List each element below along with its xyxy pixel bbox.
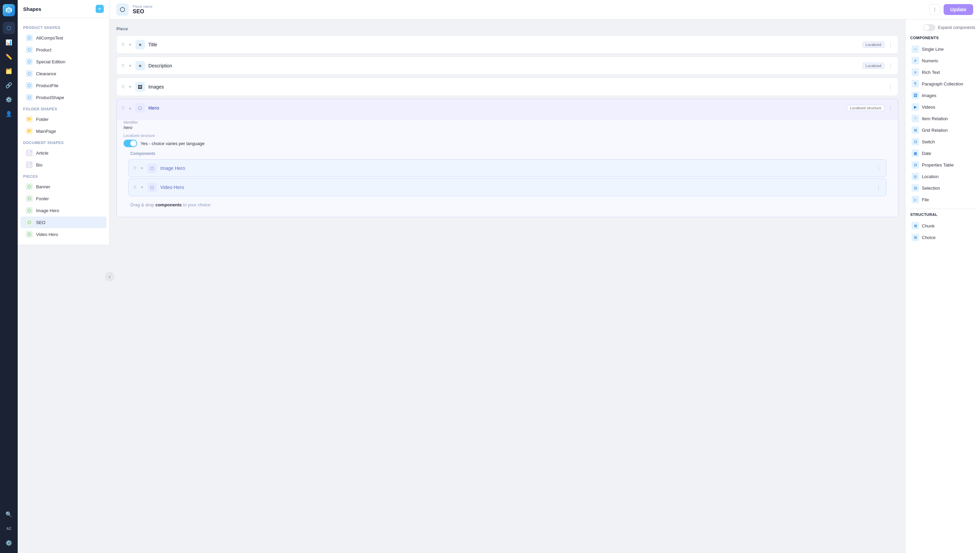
hero-chevron[interactable]: ▲	[128, 106, 132, 110]
banner-icon: ⬡	[26, 183, 33, 190]
images-comp-icon: 🖼	[912, 92, 919, 99]
image-hero-sub-name: Image Hero	[160, 166, 872, 171]
component-switch[interactable]: ⊡ Switch	[910, 136, 975, 147]
topbar-left: ⬡ Piece name SEO	[116, 3, 153, 16]
allcompstest-icon: ⬡	[26, 34, 33, 41]
component-selection[interactable]: ⊟ Selection	[910, 182, 975, 194]
component-numeric[interactable]: # Numeric	[910, 55, 975, 66]
footer-icon: ⬡	[26, 195, 33, 202]
title-chevron[interactable]: ▼	[128, 43, 132, 47]
description-field-name: Description	[148, 63, 859, 69]
sidebar-item-seo[interactable]: ⬡ SEO	[21, 217, 107, 228]
nav-analytics[interactable]: 📊	[3, 36, 15, 48]
properties-table-icon: ⊟	[912, 161, 919, 169]
hero-drag-handle[interactable]: ⠿	[121, 105, 125, 111]
rich-text-icon: ≡	[912, 69, 919, 76]
piece-name-label: Piece name	[133, 5, 153, 8]
topbar: ⬡ Piece name SEO ⋮ Update	[110, 0, 980, 19]
add-shape-button[interactable]: +	[95, 5, 104, 13]
main-area: ⬡ Piece name SEO ⋮ Update Piece ⠿ ▼ ≡ Ti…	[110, 0, 980, 553]
component-rich-text[interactable]: ≡ Rich Text	[910, 66, 975, 78]
description-localized-badge: Localized	[862, 63, 885, 69]
component-location[interactable]: ◎ Location	[910, 171, 975, 182]
drag-hint-pre: Drag & drop	[130, 202, 156, 207]
sidebar-item-special-edition[interactable]: ⬡ Special Edition	[21, 56, 107, 67]
images-comp-label: Images	[922, 93, 937, 98]
hero-more-button[interactable]: ⋮	[888, 105, 893, 112]
properties-table-label: Properties Table	[922, 163, 954, 167]
toggle-row: Yes - choice varies per language	[124, 140, 891, 147]
productshape-icon: ⬡	[26, 94, 33, 101]
component-grid-relation[interactable]: ⊞ Grid Relation	[910, 124, 975, 136]
video-hero-more[interactable]: ⋮	[876, 184, 881, 191]
sidebar-item-allcompstest[interactable]: ⬡ AllCompsTest	[21, 32, 107, 44]
description-more-button[interactable]: ⋮	[888, 63, 893, 69]
images-field-row: ⠿ ▼ 🖼 Images ⋮	[116, 78, 898, 96]
update-button[interactable]: Update	[943, 4, 973, 15]
sidebar-item-footer[interactable]: ⬡ Footer	[21, 193, 107, 204]
component-date[interactable]: ▦ Date	[910, 147, 975, 159]
title-drag-handle[interactable]: ⠿	[121, 42, 125, 47]
video-hero-sidebar-label: Video Hero	[36, 232, 58, 237]
app-logo[interactable]	[3, 4, 15, 16]
component-images[interactable]: 🖼 Images	[910, 89, 975, 101]
location-icon: ◎	[912, 173, 919, 180]
sidebar-collapse-button[interactable]: ‹	[105, 272, 115, 281]
article-label: Article	[36, 150, 48, 156]
sidebar-item-article[interactable]: 📄 Article	[21, 147, 107, 159]
nav-search[interactable]: 🔍	[3, 508, 15, 520]
videos-icon: ▶	[912, 103, 919, 111]
image-hero-more[interactable]: ⋮	[876, 165, 881, 172]
mainpage-icon: 📁	[26, 128, 33, 134]
component-file[interactable]: ▷ File	[910, 194, 975, 206]
sidebar-item-folder[interactable]: 📁 Folder	[21, 113, 107, 125]
video-hero-sub-name: Video Hero	[160, 185, 872, 190]
rich-text-label: Rich Text	[922, 70, 940, 75]
sidebar-item-bio[interactable]: 📄 Bio	[21, 159, 107, 171]
video-hero-chevron[interactable]: ▼	[140, 185, 144, 189]
sidebar-item-image-hero[interactable]: ⬡ Image Hero	[21, 205, 107, 216]
images-more-button[interactable]: ⋮	[888, 84, 893, 90]
drag-hint-post: to your choice	[182, 202, 211, 207]
nav-users[interactable]: 👤	[3, 108, 15, 120]
nav-links[interactable]: 🔗	[3, 79, 15, 91]
sidebar-item-banner[interactable]: ⬡ Banner	[21, 181, 107, 193]
sidebar-item-productshape[interactable]: ⬡ ProductShape	[21, 92, 107, 103]
choice-icon: ⊞	[912, 234, 919, 241]
localized-toggle[interactable]	[124, 140, 137, 147]
clearance-label: Clearance	[36, 71, 56, 76]
item-relation-label: Item Relation	[922, 116, 948, 121]
component-choice[interactable]: ⊞ Choice	[910, 231, 975, 243]
sidebar-item-video-hero[interactable]: ⬡ Video Hero	[21, 228, 107, 240]
sidebar-item-mainpage[interactable]: 📁 MainPage	[21, 125, 107, 137]
video-hero-drag[interactable]: ⠿	[134, 185, 137, 190]
component-single-line[interactable]: ─ Single Line	[910, 43, 975, 55]
image-hero-chevron[interactable]: ▼	[140, 166, 144, 170]
video-hero-sidebar-icon: ⬡	[26, 231, 33, 238]
more-options-button[interactable]: ⋮	[929, 4, 940, 15]
right-panel: Expand components Components ─ Single Li…	[905, 19, 980, 553]
component-item-relation[interactable]: ♡ Item Relation	[910, 113, 975, 124]
title-more-button[interactable]: ⋮	[888, 41, 893, 48]
component-videos[interactable]: ▶ Videos	[910, 101, 975, 113]
nav-edit[interactable]: ✏️	[3, 50, 15, 63]
expand-components-toggle[interactable]	[923, 24, 935, 31]
component-paragraph-collection[interactable]: ¶ Paragraph Collection	[910, 78, 975, 89]
image-hero-type-icon: ⬡	[147, 163, 157, 173]
component-properties-table[interactable]: ⊟ Properties Table	[910, 159, 975, 171]
sidebar-item-product[interactable]: ⬡ Product	[21, 44, 107, 56]
description-chevron[interactable]: ▼	[128, 64, 132, 68]
content-area: Piece ⠿ ▼ ≡ Title Localized ⋮ ⠿ ▼ ≡ Desc…	[110, 19, 980, 553]
description-drag-handle[interactable]: ⠿	[121, 63, 125, 69]
sidebar-item-productfile[interactable]: ⬡ ProductFile	[21, 80, 107, 91]
images-chevron[interactable]: ▼	[128, 85, 132, 89]
image-hero-drag[interactable]: ⠿	[134, 166, 137, 171]
images-drag-handle[interactable]: ⠿	[121, 84, 125, 89]
nav-settings-2[interactable]: ⚙️	[3, 93, 15, 105]
component-chunk[interactable]: ⊠ Chunk	[910, 220, 975, 231]
nav-catalog[interactable]: 🗂️	[3, 65, 15, 77]
nav-shapes[interactable]: ⬡	[3, 22, 15, 34]
sidebar-item-clearance[interactable]: ⬡ Clearance	[21, 68, 107, 79]
nav-config[interactable]: ⚙️	[3, 537, 15, 549]
nav-az[interactable]: AZ	[3, 522, 15, 535]
